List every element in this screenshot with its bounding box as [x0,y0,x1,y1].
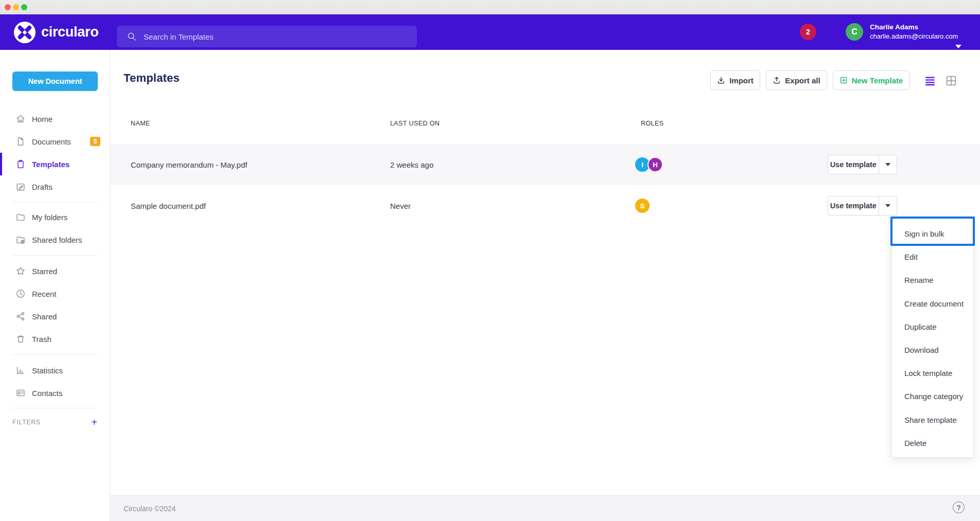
menu-item-edit[interactable]: Edit [892,245,973,268]
divider [12,202,97,202]
circularo-logo-icon [13,21,36,44]
sidebar-item-label: Shared [32,312,57,321]
sidebar-item-label: Drafts [32,183,52,191]
fullscreen-button[interactable] [21,4,27,10]
copyright-text: Circularo ©2024 [124,496,176,521]
sidebar-item-shared-folders[interactable]: Shared folders [0,228,110,251]
trash-icon [15,334,26,344]
user-menu[interactable]: Charlie Adams charlie.adams@circularo.co… [870,23,952,41]
roles-cell: S [635,185,650,226]
sidebar-item-label: Statistics [32,366,63,375]
sidebar-item-contacts[interactable]: Contacts [0,382,110,404]
sidebar-item-my-folders[interactable]: My folders [0,206,110,228]
user-email: charlie.adams@circularo.com [870,32,952,41]
sidebar-item-label: Trash [32,335,51,344]
footer: Circularo ©2024 ? [110,495,980,521]
use-template-button[interactable]: Use template [828,196,879,215]
menu-item-sign-in-bulk[interactable]: Sign in bulk [892,222,973,245]
app-header: circularo 2 C Charlie Adams charlie.adam… [0,14,980,50]
menu-item-download[interactable]: Download [892,338,973,362]
use-template-split-button: Use template [828,196,897,215]
menu-item-create-document[interactable]: Create document [892,292,973,315]
close-button[interactable] [5,4,11,10]
last-used-value: 2 weeks ago [390,144,433,185]
sidebar-item-trash[interactable]: Trash [0,328,110,350]
divider [12,354,97,355]
sidebar-item-recent[interactable]: Recent [0,282,110,305]
brand-name: circularo [41,24,98,40]
home-icon [15,114,26,124]
help-button[interactable]: ? [953,501,965,513]
table-row[interactable]: Sample document.pdf Never S Use template [110,185,980,226]
sidebar-item-templates[interactable]: Templates [0,153,110,175]
import-icon [717,76,725,84]
minimize-button[interactable] [13,4,19,10]
sidebar-item-label: Contacts [32,389,62,398]
plus-square-icon [839,76,848,84]
filters-label: FILTERS [12,419,41,426]
user-name: Charlie Adams [870,23,952,32]
share-icon [15,311,26,321]
sidebar-item-label: Recent [32,290,57,298]
new-template-label: New Template [852,76,903,85]
template-name: Sample document.pdf [131,185,206,226]
template-name: Company memorandum - May.pdf [131,144,247,185]
menu-item-delete[interactable]: Delete [892,432,973,455]
new-template-button[interactable]: New Template [833,70,909,90]
sidebar: New Document Home Documents 5 [0,50,110,521]
table-row[interactable]: Company memorandum - May.pdf 2 weeks ago… [110,144,980,185]
menu-item-lock-template[interactable]: Lock template [892,362,973,385]
column-header-roles: ROLES [641,120,663,127]
circularo-logo: circularo [13,21,96,44]
grid-view-icon[interactable] [946,75,957,86]
sidebar-item-starred[interactable]: Starred [0,260,110,282]
sidebar-nav: Home Documents 5 Templates [0,107,110,433]
sidebar-item-label: Documents [32,137,71,146]
sidebar-item-home[interactable]: Home [0,107,110,130]
export-all-button[interactable]: Export all [766,70,827,90]
sidebar-item-documents[interactable]: Documents 5 [0,130,110,153]
menu-item-duplicate[interactable]: Duplicate [892,315,973,338]
column-header-name: NAME [131,120,150,127]
search-input[interactable] [144,32,410,41]
page-title: Templates [124,71,180,85]
sidebar-item-statistics[interactable]: Statistics [0,359,110,382]
last-used-value: Never [390,185,411,226]
sidebar-item-drafts[interactable]: Drafts [0,175,110,198]
drafts-icon [15,182,26,192]
divider [12,408,97,408]
export-icon [773,76,781,84]
new-document-button[interactable]: New Document [12,71,98,91]
import-button[interactable]: Import [710,70,760,90]
macos-titlebar [0,0,980,14]
list-view-icon[interactable] [924,75,936,86]
menu-item-share-template[interactable]: Share template [892,408,973,432]
user-avatar[interactable]: C [846,23,863,41]
divider [12,255,97,256]
sidebar-item-label: Starred [32,267,57,276]
role-avatar: H [647,157,663,172]
menu-item-rename[interactable]: Rename [892,268,973,292]
use-template-button[interactable]: Use template [828,155,879,174]
import-label: Import [729,76,754,85]
notifications-badge[interactable]: 2 [800,24,816,40]
row-actions-caret[interactable] [879,155,897,174]
caret-down-icon [885,163,890,166]
filters-section: FILTERS + [0,412,110,433]
search-bar [117,26,417,47]
user-menu-caret-icon[interactable] [955,45,961,48]
sidebar-item-shared[interactable]: Shared [0,305,110,328]
sidebar-item-label: Home [32,115,52,123]
statistics-icon [15,365,26,375]
add-filter-button[interactable]: + [91,417,97,427]
document-icon [15,136,26,147]
app-window: circularo 2 C Charlie Adams charlie.adam… [0,0,980,521]
menu-item-change-category[interactable]: Change category [892,385,973,408]
row-actions-caret[interactable] [879,196,897,215]
folder-icon [15,212,26,222]
sidebar-item-label: Templates [32,160,69,169]
caret-down-icon [885,204,890,207]
template-icon [15,159,26,169]
main-content: Templates Import Export all New Template [110,50,980,521]
contacts-icon [15,388,26,398]
